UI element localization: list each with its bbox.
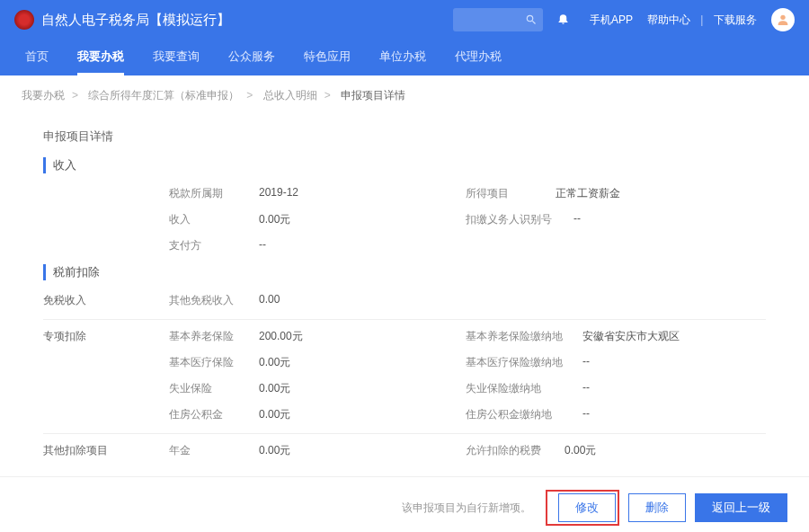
top-links: 手机APP 帮助中心 | 下载服务	[584, 13, 762, 28]
exempt-value: 0.00	[259, 293, 280, 308]
annuity-value: 0.00元	[259, 443, 290, 458]
payer-value: --	[259, 238, 266, 253]
delete-button[interactable]: 删除	[628, 493, 686, 522]
agent-label: 扣缴义务人识别号	[466, 212, 573, 227]
nav-item-5[interactable]: 单位办税	[365, 40, 440, 75]
breadcrumb: 我要办税> 综合所得年度汇算（标准申报）> 总收入明细> 申报项目详情	[0, 75, 809, 116]
link-app[interactable]: 手机APP	[590, 13, 633, 26]
unemploy-place-label: 失业保险缴纳地	[466, 381, 582, 396]
pension-place-label: 基本养老保险缴纳地	[466, 329, 582, 344]
medical-label: 基本医疗保险	[169, 355, 259, 370]
nav-item-3[interactable]: 公众服务	[214, 40, 289, 75]
nav-item-6[interactable]: 代理办税	[440, 40, 516, 75]
footer-note: 该申报项目为自行新增项。	[402, 501, 531, 516]
period-label: 税款所属期	[169, 186, 259, 201]
nav-item-1[interactable]: 我要办税	[63, 40, 138, 75]
nav-item-2[interactable]: 我要查询	[138, 40, 214, 75]
period-value: 2019-12	[259, 186, 298, 201]
other-left: 其他扣除项目	[43, 443, 169, 458]
link-help[interactable]: 帮助中心	[647, 13, 690, 26]
housing-place-label: 住房公积金缴纳地	[466, 407, 582, 422]
housing-label: 住房公积金	[169, 407, 259, 422]
payer-label: 支付方	[169, 238, 259, 253]
unemploy-label: 失业保险	[169, 381, 259, 396]
search-icon	[525, 13, 538, 26]
avatar[interactable]	[771, 8, 795, 31]
unemploy-value: 0.00元	[259, 381, 290, 396]
unemploy-place-value: --	[582, 381, 590, 396]
logo-icon	[14, 10, 34, 30]
crumb-current: 申报项目详情	[341, 89, 405, 102]
medical-value: 0.00元	[259, 355, 290, 370]
amount-label: 收入	[169, 212, 259, 227]
allow-value: 0.00元	[565, 443, 596, 458]
exempt-left: 免税收入	[43, 293, 169, 308]
agent-value: --	[573, 212, 581, 227]
pension-place-value: 安徽省安庆市大观区	[582, 329, 680, 344]
amount-value: 0.00元	[259, 212, 290, 227]
search-input[interactable]	[453, 8, 543, 31]
nav-item-0[interactable]: 首页	[11, 40, 63, 75]
medical-place-label: 基本医疗保险缴纳地	[466, 355, 582, 370]
modify-highlight: 修改	[546, 490, 619, 526]
crumb-0[interactable]: 我要办税	[22, 89, 65, 102]
medical-place-value: --	[582, 355, 590, 370]
crumb-2[interactable]: 总收入明细	[263, 89, 317, 102]
link-download[interactable]: 下载服务	[714, 13, 757, 26]
back-button[interactable]: 返回上一级	[695, 493, 787, 522]
page-title: 申报项目详情	[43, 129, 766, 145]
bell-icon	[556, 12, 570, 25]
annuity-label: 年金	[169, 443, 259, 458]
app-title: 自然人电子税务局【模拟运行】	[41, 12, 230, 29]
housing-place-value: --	[582, 407, 590, 422]
nav-item-4[interactable]: 特色应用	[289, 40, 365, 75]
special-left: 专项扣除	[43, 329, 169, 344]
item-value: 正常工资薪金	[556, 186, 620, 201]
user-icon	[776, 13, 790, 27]
item-label: 所得项目	[466, 186, 556, 201]
section-pretax: 税前扣除	[43, 264, 766, 280]
allow-label: 允许扣除的税费	[466, 443, 565, 458]
crumb-1[interactable]: 综合所得年度汇算（标准申报）	[88, 89, 239, 102]
svg-point-0	[780, 15, 785, 20]
exempt-label: 其他免税收入	[169, 293, 259, 308]
housing-value: 0.00元	[259, 407, 290, 422]
notifications-button[interactable]	[552, 12, 575, 28]
modify-button[interactable]: 修改	[558, 493, 616, 522]
pension-value: 200.00元	[259, 329, 303, 344]
section-income: 收入	[43, 157, 766, 173]
pension-label: 基本养老保险	[169, 329, 259, 344]
